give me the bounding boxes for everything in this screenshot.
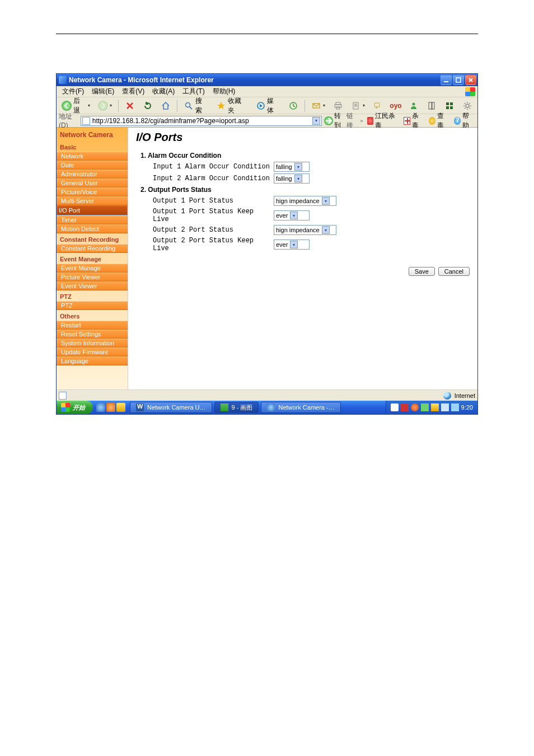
output2-select[interactable]: hign impedance ▾ xyxy=(274,225,336,235)
sidebar-item-multi-server[interactable]: Multi-Server xyxy=(57,196,128,205)
output2-keep-select[interactable]: ever ▾ xyxy=(274,240,310,250)
sidebar-item-motion-detect[interactable]: Motion Detect xyxy=(57,224,128,233)
maximize-button[interactable] xyxy=(453,75,464,85)
favorites-button[interactable]: 收藏夹 xyxy=(214,100,251,112)
menu-view[interactable]: 查看(V) xyxy=(119,86,148,97)
svg-rect-10 xyxy=(374,103,380,107)
save-button[interactable]: Save xyxy=(409,267,435,276)
search-button[interactable]: 搜索 xyxy=(181,100,211,112)
sidebar-item-timer[interactable]: Timer xyxy=(57,215,128,224)
sidebar-item-constant-recording[interactable]: Constant Recording xyxy=(57,244,128,253)
sidebar-group-ptz: PTZ xyxy=(57,290,128,301)
extra-button-1[interactable] xyxy=(442,100,457,112)
back-button[interactable]: 后退 ▾ xyxy=(59,100,93,112)
print-button[interactable] xyxy=(330,100,346,112)
output1-select[interactable]: hign impedance ▾ xyxy=(274,196,336,206)
tray-network-icon[interactable] xyxy=(441,403,449,411)
windows-flag-icon xyxy=(465,87,475,96)
sidebar-item-picture-viewer[interactable]: Picture Viewer xyxy=(57,273,128,281)
mail-button[interactable]: ▾ xyxy=(308,100,328,112)
go-arrow-icon xyxy=(324,116,333,125)
taskbar-task-paint[interactable]: 9 - 画图 xyxy=(214,402,259,413)
sidebar-item-network[interactable]: Network xyxy=(57,152,128,161)
start-button[interactable]: 开始 xyxy=(57,401,93,414)
search-icon xyxy=(184,101,194,111)
taskbar: 开始 Network Camera U… 9 - 画图 Network Came… xyxy=(57,401,477,414)
sidebar-item-event-viewer[interactable]: Event Viewer xyxy=(57,281,128,290)
discuss-button[interactable] xyxy=(370,100,386,112)
star-icon xyxy=(217,101,227,111)
output2-keep-label: Output 2 Port Status Keep Live xyxy=(153,237,270,252)
main-panel: I/O Ports 1. Alarm Occur Condition Input… xyxy=(128,128,477,389)
stop-button[interactable] xyxy=(122,100,138,112)
sidebar-item-update-firmware[interactable]: Update Firmware xyxy=(57,348,128,356)
sidebar-item-reset-settings[interactable]: Reset Settings xyxy=(57,330,128,339)
dropdown-icon: ▾ xyxy=(294,163,302,171)
tray-clock: 9:20 xyxy=(461,404,473,411)
menu-edit[interactable]: 编辑(E) xyxy=(88,86,118,97)
status-bar: Internet xyxy=(57,389,477,401)
history-button[interactable] xyxy=(285,100,301,112)
home-button[interactable] xyxy=(158,100,174,112)
taskbar-task-ie[interactable]: Network Camera -… xyxy=(261,402,340,413)
jiangmin-icon xyxy=(367,117,374,125)
media-icon xyxy=(256,101,266,111)
tray-volume-icon[interactable] xyxy=(451,403,459,411)
input1-value: falling xyxy=(276,163,292,170)
sidebar-item-system-information[interactable]: System Information xyxy=(57,339,128,348)
menu-favorites[interactable]: 收藏(A) xyxy=(149,86,178,97)
address-dropdown-icon[interactable]: ▾ xyxy=(312,117,320,125)
address-bar: 地址(D) http://192.168.1.82/cgi/adminframe… xyxy=(57,114,477,128)
dropdown-icon: ▾ xyxy=(322,197,330,205)
sidebar-item-language[interactable]: Language xyxy=(57,356,128,365)
kill-icon xyxy=(404,117,410,125)
messenger-button[interactable] xyxy=(406,100,421,112)
forward-button[interactable]: ▾ xyxy=(95,100,115,112)
tray-ime-icon[interactable] xyxy=(391,403,399,411)
address-label: 地址(D) xyxy=(59,112,78,129)
input2-select[interactable]: falling ▾ xyxy=(274,173,310,184)
sidebar-item-date[interactable]: Date xyxy=(57,161,128,170)
browser-window: Network Camera - Microsoft Internet Expl… xyxy=(56,73,478,415)
tray-lang-icon[interactable] xyxy=(401,403,409,411)
address-input[interactable]: http://192.168.1.82/cgi/adminframe?Page=… xyxy=(81,116,322,126)
extra-button-2[interactable] xyxy=(460,100,475,112)
sidebar-group-event-manage: Event Manage xyxy=(57,253,128,264)
tray-av-icon[interactable] xyxy=(411,403,419,411)
tray-update-icon[interactable] xyxy=(421,403,429,411)
oyo-button[interactable]: oyo xyxy=(388,100,404,112)
dropdown-icon: ▾ xyxy=(294,175,302,182)
sidebar-item-administrator[interactable]: Administrator xyxy=(57,170,128,179)
sidebar-item-picture-voice[interactable]: Picture/Voice xyxy=(57,187,128,196)
minimize-button[interactable] xyxy=(441,75,452,85)
cancel-button[interactable]: Cancel xyxy=(438,267,470,276)
research-icon xyxy=(427,101,437,111)
output1-keep-select[interactable]: ever ▾ xyxy=(274,210,310,220)
taskbar-task-word[interactable]: Network Camera U… xyxy=(130,402,212,413)
input1-select[interactable]: falling ▾ xyxy=(274,162,310,172)
edit-button[interactable]: ▾ xyxy=(348,100,368,112)
output1-label: Output 1 Port Status xyxy=(153,197,270,205)
back-arrow-icon xyxy=(62,101,72,111)
sidebar-item-general-user[interactable]: General User xyxy=(57,179,128,187)
svg-rect-15 xyxy=(450,102,453,105)
close-button[interactable] xyxy=(465,75,476,85)
sidebar-item-event-manage[interactable]: Event Manage xyxy=(57,264,128,273)
quick-folder-icon[interactable] xyxy=(116,403,125,412)
links-chevron-icon[interactable]: » xyxy=(360,118,363,124)
dropdown-icon: ▾ xyxy=(290,241,298,248)
refresh-button[interactable] xyxy=(140,100,156,112)
quick-ie-icon[interactable] xyxy=(96,403,105,412)
sidebar-item-io-port[interactable]: I/O Port xyxy=(57,205,128,215)
address-url: http://192.168.1.82/cgi/adminframe?Page=… xyxy=(90,117,313,125)
tray-shield-icon[interactable] xyxy=(431,403,439,411)
scan-icon xyxy=(429,117,435,125)
oyo-icon: oyo xyxy=(391,101,401,111)
sidebar-item-ptz[interactable]: PTZ xyxy=(57,301,128,310)
media-button[interactable]: 媒体 xyxy=(253,100,283,112)
sidebar-item-restart[interactable]: Restart xyxy=(57,321,128,330)
window-title: Network Camera - Microsoft Internet Expl… xyxy=(69,76,441,84)
research-button[interactable] xyxy=(424,100,439,112)
page-icon xyxy=(82,117,90,125)
quick-desktop-icon[interactable] xyxy=(106,403,115,412)
